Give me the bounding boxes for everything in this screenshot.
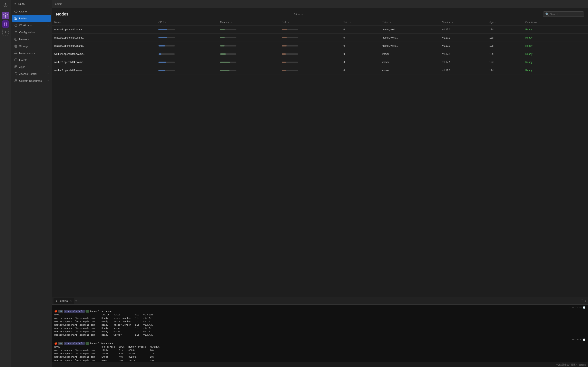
mem-bar-fill [220,37,225,38]
cpu-bar-fill [158,62,166,63]
col-disk[interactable]: Disk ▲ [279,19,341,25]
lens-logo[interactable] [2,2,9,9]
cell-menu[interactable]: ⋮ [580,50,588,58]
cell-age: 12d [487,34,523,42]
cell-version: v1.17.1 [440,25,487,34]
nodes-table: Name ▲ CPU ▲ Memory ▲ Disk ▲ Tai... ▲ Ro… [52,19,588,75]
content-area: Nodes 6 items 🔍 Name ▲ CPU ▲ Memory ▲ Di… [52,8,588,362]
col-memory[interactable]: Memory ▲ [218,19,279,25]
col-conditions[interactable]: Conditions ▲ [523,19,580,25]
sidebar-item-workloads[interactable]: Workloads ▾ [12,22,51,29]
cell-status: Ready [523,25,580,34]
sidebar-item-storage[interactable]: Storage ▾ [12,43,51,49]
sidebar-item-namespaces[interactable]: Namespaces [12,50,51,56]
mem-bar-container [220,70,236,71]
col-age[interactable]: Age ▲ [487,19,523,25]
shell-badge-2: ~ [86,342,89,345]
terminal-prompt-2: 🍎 Go ⚙ admin/default ~ kubectl top nodes [54,342,586,345]
search-box[interactable]: 🔍 [543,11,584,17]
disk-bar-container [282,62,298,63]
apple-icon-2: 🍎 [54,342,57,345]
row-menu-button[interactable]: ⋮ [582,36,586,39]
sidebar-item-apps[interactable]: Apps ▾ [12,64,51,70]
sidebar-collapse-button[interactable]: ‹ [48,2,49,6]
status-badge: Ready [525,44,532,47]
cell-name: master2.openshift4.examp... [52,34,156,42]
terminal-tab[interactable]: ▶ Terminal ✕ [53,298,74,304]
col-roles[interactable]: Roles ▲ [379,19,440,25]
cell-version: v1.17.1 [440,58,487,66]
svg-point-1 [15,3,16,4]
terminal-panel: ▶ Terminal ✕ + ⛶ ▾ ✓ 23:22:15 🕐 � [52,297,588,362]
terminal-add-tab-button[interactable]: + [75,299,77,303]
cell-menu[interactable]: ⋮ [580,58,588,66]
col-taints[interactable]: Tai... ▲ [341,19,379,25]
table-row[interactable]: master1.openshift4.examp... 0 master, wo… [52,25,588,34]
col-version[interactable]: Version ▲ [440,19,487,25]
sidebar-network-label: Network [19,38,46,41]
row-menu-button[interactable]: ⋮ [582,52,586,56]
cell-version: v1.17.1 [440,34,487,42]
svg-rect-3 [15,17,16,18]
col-actions [580,19,588,25]
cpu-bar-container [158,37,175,38]
cell-disk [279,25,341,34]
cell-menu[interactable]: ⋮ [580,66,588,75]
sidebar-item-access-control[interactable]: Access Control ▾ [12,71,51,77]
timestamp-1: 23:22:15 [572,307,581,309]
sidebar-item-custom-resources[interactable]: Custom Resources ▾ [12,77,51,84]
disk-bar-fill [282,45,287,47]
cell-disk [279,58,341,66]
row-menu-button[interactable]: ⋮ [582,60,586,64]
cell-cpu [156,58,218,66]
col-cpu[interactable]: CPU ▲ [156,19,218,25]
sidebar-item-nodes[interactable]: Nodes [12,15,51,22]
apple-icon-1: 🍎 [54,310,57,313]
cpu-bar-fill [158,37,167,38]
table-row[interactable]: master2.openshift4.examp... 0 master, wo… [52,34,588,42]
table-row[interactable]: master3.openshift4.examp... 0 master, wo… [52,42,588,50]
cpu-bar-fill [158,53,162,55]
table-row[interactable]: worker3.openshift4.examp... 0 worker v1.… [52,66,588,75]
terminal-expand-button[interactable]: ⛶ [580,299,583,303]
cpu-bar-container [158,29,175,30]
sidebar-item-cluster[interactable]: Cluster [12,8,51,15]
terminal-output-1: NAME STATUS ROLES AGE VERSION master1.op… [54,313,586,337]
table-row[interactable]: worker1.openshift4.examp... 0 worker v1.… [52,50,588,58]
sidebar-title: Lens [13,2,25,6]
cluster-dock-icon[interactable] [2,12,9,19]
search-input[interactable] [550,13,582,16]
mem-bar-container [220,29,236,30]
terminal-close-button[interactable]: ✕ [69,299,72,303]
terminal-chevron-button[interactable]: ▾ [585,299,586,303]
svg-rect-12 [16,66,17,67]
disk-bar-fill [282,53,286,55]
row-menu-button[interactable]: ⋮ [582,28,586,31]
add-cluster-button[interactable]: + [2,29,9,35]
cell-age: 12d [487,58,523,66]
cell-menu[interactable]: ⋮ [580,42,588,50]
sidebar-apps-label: Apps [19,66,46,68]
sidebar-item-network[interactable]: Network ▾ [12,36,51,42]
mem-bar-fill [220,45,225,47]
storage-chevron: ▾ [48,45,49,47]
search-icon: 🔍 [545,12,549,16]
cell-memory [218,58,279,66]
terminal-tab-icon: ▶ [56,300,58,302]
cell-name: worker2.openshift4.examp... [52,58,156,66]
sidebar-configuration-label: Configuration [19,31,46,34]
table-header-row: Name ▲ CPU ▲ Memory ▲ Disk ▲ Tai... ▲ Ro… [52,19,588,25]
table-row[interactable]: worker2.openshift4.examp... 0 worker v1.… [52,58,588,66]
status-badge: Ready [525,36,532,39]
row-menu-button[interactable]: ⋮ [582,44,586,48]
cell-age: 12d [487,42,523,50]
active-cluster-icon[interactable] [2,20,9,28]
success-icon-2: ✓ [569,338,571,341]
sidebar-item-configuration[interactable]: Configuration ▾ [12,29,51,35]
col-name[interactable]: Name ▲ [52,19,156,25]
sidebar-item-events[interactable]: Events [12,57,51,63]
custom-resources-chevron: ▾ [48,80,49,82]
row-menu-button[interactable]: ⋮ [582,68,586,72]
cell-menu[interactable]: ⋮ [580,34,588,42]
cell-menu[interactable]: ⋮ [580,25,588,34]
